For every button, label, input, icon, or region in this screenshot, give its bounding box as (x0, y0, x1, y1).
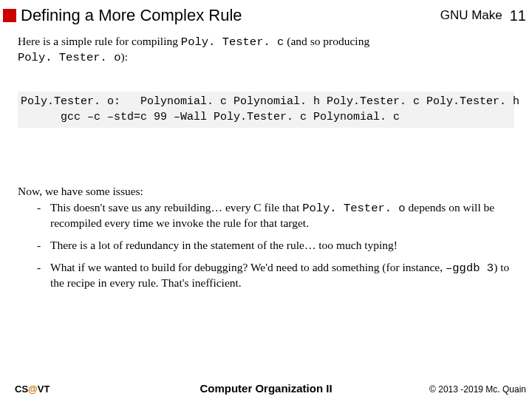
footer-vt: VT (38, 383, 50, 395)
issue-3-code: –ggdb 3 (446, 262, 494, 275)
intro-text-2: (and so producing (284, 35, 369, 47)
issue-3a: What if we wanted to build for debugging… (50, 261, 446, 273)
slide-title: Defining a More Complex Rule (21, 6, 440, 25)
dash-icon: - (37, 200, 50, 231)
issue-item-1: - This doesn't save us any rebuilding… e… (18, 200, 514, 231)
footer-center: Computer Organization II (200, 382, 332, 395)
intro-text-1: Here is a simple rule for compiling (18, 35, 181, 47)
footer-cs: CS (15, 383, 28, 395)
issues-lead: Now, we have some issues: (18, 184, 514, 199)
issue-1-code: Poly. Tester. o (302, 202, 406, 215)
page-number: 11 (510, 7, 526, 24)
intro-text-3: ): (121, 50, 128, 63)
makefile-rule-code: Poly.Tester. o: Polynomial. c Polynomial… (18, 92, 514, 128)
intro-code-1: Poly. Tester. c (181, 35, 284, 49)
footer-copyright: © 2013 -2019 Mc. Quain (429, 384, 526, 395)
footer-left: CS@VT (15, 383, 50, 395)
slide: Defining a More Complex Rule GNU Make 11… (0, 0, 532, 399)
issue-2-text: There is a lot of redundancy in the stat… (50, 238, 514, 253)
issue-item-3: - What if we wanted to build for debuggi… (18, 260, 514, 290)
slide-header: Defining a More Complex Rule GNU Make 11 (0, 0, 532, 28)
slide-topic: GNU Make (440, 8, 502, 23)
codeblock-container: Poly.Tester. o: Polynomial. c Polynomial… (0, 65, 532, 128)
issue-1a: This doesn't save us any rebuilding… eve… (50, 201, 302, 214)
issue-item-2: - There is a lot of redundancy in the st… (18, 238, 514, 253)
footer-at: @ (28, 383, 38, 395)
dash-icon: - (37, 260, 50, 290)
intro-code-2: Poly. Tester. o (18, 51, 121, 64)
intro-paragraph: Here is a simple rule for compiling Poly… (0, 28, 532, 65)
dash-icon: - (37, 238, 50, 253)
bullet-square-icon (3, 9, 16, 22)
issue-3-text: What if we wanted to build for debugging… (50, 260, 514, 290)
slide-footer: CS@VT Computer Organization II © 2013 -2… (0, 383, 532, 395)
issue-1-text: This doesn't save us any rebuilding… eve… (50, 200, 514, 231)
issues-section: Now, we have some issues: - This doesn't… (0, 128, 532, 291)
